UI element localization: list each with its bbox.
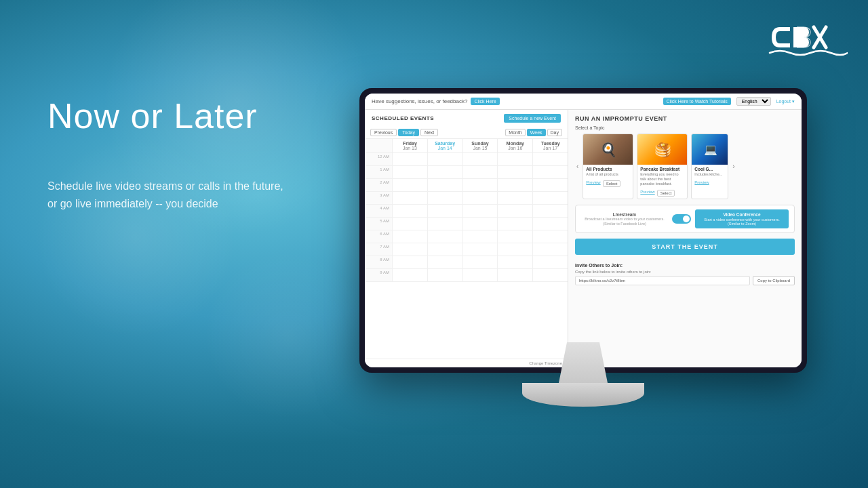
screen-inner: Have suggestions, issues, or feedback? C…: [365, 94, 802, 367]
calendar-panel: SCHEDULED EVENTS Schedule a new Event Pr…: [365, 110, 568, 367]
topic-name-all-products: All Products: [586, 167, 630, 171]
invite-link-box: https://blkno.co/c2v7t8bm: [575, 276, 750, 285]
select-btn-pancake[interactable]: Select: [657, 190, 675, 197]
time-row-3am: 3 AM: [365, 192, 568, 205]
impromptu-title: RUN AN IMPROMPTU EVENT: [575, 115, 795, 122]
copy-to-clipboard-button[interactable]: Copy to Clipboard: [753, 276, 795, 285]
preview-link-cool[interactable]: Preview: [694, 180, 709, 184]
day-col-sunday: Sunday Jan 15: [462, 139, 498, 152]
invite-link-row: https://blkno.co/c2v7t8bm Copy to Clipbo…: [575, 276, 795, 285]
sub-text: Schedule live video streams or calls in …: [47, 178, 283, 212]
stand-base: [522, 383, 644, 407]
toggle-knob: [683, 216, 690, 222]
preview-link-all-products[interactable]: Preview: [586, 180, 600, 187]
time-row-5am: 5 AM: [365, 218, 568, 230]
calendar-navigation: Previous Today Next Month Week Day: [365, 127, 568, 139]
topic-card-pancake[interactable]: 🥞 Pancake Breakfast Everything you need …: [637, 134, 688, 199]
calendar-title: SCHEDULED EVENTS: [372, 115, 434, 121]
topic-image-all-products: 🍳: [583, 134, 633, 165]
stand-neck: [556, 342, 610, 383]
topic-image-cool: 💻: [692, 134, 728, 165]
topic-name-pancake: Pancake Breakfast: [640, 167, 684, 171]
topic-desc-cool: Includes kitche...: [694, 172, 725, 177]
monitor-screen: Have suggestions, issues, or feedback? C…: [359, 88, 807, 373]
monitor-stand: [522, 342, 644, 407]
today-button[interactable]: Today: [398, 129, 419, 136]
previous-button[interactable]: Previous: [370, 129, 397, 136]
header-right: Click Here to Watch Tutorials English Lo…: [663, 97, 795, 106]
time-row-7am: 7 AM: [365, 243, 568, 256]
topics-list: 🍳 All Products A list of all products Pr…: [583, 134, 728, 199]
watch-tutorials-button[interactable]: Click Here to Watch Tutorials: [663, 98, 731, 105]
topic-card-all-products[interactable]: 🍳 All Products A list of all products Pr…: [583, 134, 633, 199]
day-col-monday: Monday Jan 16: [497, 139, 532, 152]
video-conference-option: Video Conference Start a video conferenc…: [695, 209, 789, 228]
topic-desc-all-products: A list of all products: [586, 172, 630, 177]
time-row-4am: 4 AM: [365, 205, 568, 218]
stream-type-switch[interactable]: [672, 214, 691, 224]
invite-desc: Copy the link below to invite others to …: [575, 270, 795, 274]
time-row-8am: 8 AM: [365, 256, 568, 269]
time-row-9am: 9 AM: [365, 269, 568, 282]
feedback-area: Have suggestions, issues, or feedback? C…: [372, 98, 500, 105]
start-event-button[interactable]: START THE EVENT: [575, 239, 795, 255]
topic-card-cool[interactable]: 💻 Cool G... Includes kitche... Preview: [691, 134, 728, 199]
monitor-wrapper: Have suggestions, issues, or feedback? C…: [353, 88, 814, 427]
time-row-1am: 1 AM: [365, 166, 568, 179]
time-row-6am: 6 AM: [365, 230, 568, 243]
stream-type-toggle: Livestream Broadcast a livestream video …: [575, 205, 795, 233]
nav-buttons: Previous Today Next: [370, 129, 438, 136]
time-row-2am: 2 AM: [365, 179, 568, 192]
time-row-12am: 12 AM: [365, 153, 568, 166]
feedback-text: Have suggestions, issues, or feedback?: [372, 98, 467, 104]
select-btn-all-products[interactable]: Select: [603, 180, 621, 187]
schedule-new-event-button[interactable]: Schedule a new Event: [504, 114, 561, 123]
invite-title: Invite Others to Join:: [575, 263, 795, 268]
topic-desc-pancake: Everything you need to talk about the be…: [640, 172, 684, 186]
select-topic-label: Select a Topic: [575, 125, 795, 130]
view-buttons: Month Week Day: [505, 129, 562, 136]
logo-area: [766, 14, 848, 64]
topic-image-pancake: 🥞: [637, 134, 688, 165]
livestream-option: Livestream Broadcast a livestream video …: [581, 212, 668, 226]
day-view-button[interactable]: Day: [547, 129, 562, 136]
topics-carousel: ‹ 🍳 All Products A list of all products: [575, 134, 795, 199]
day-col-friday: Friday Jan 13: [392, 139, 427, 152]
logout-link[interactable]: Logout ▾: [776, 99, 795, 104]
week-view-button[interactable]: Week: [527, 129, 546, 136]
calendar-header: SCHEDULED EVENTS Schedule a new Event: [365, 110, 568, 127]
impromptu-panel: RUN AN IMPROMPTU EVENT Select a Topic ‹ …: [568, 110, 802, 367]
carousel-right-arrow[interactable]: ›: [731, 161, 736, 171]
svg-rect-0: [793, 27, 797, 47]
topic-name-cool: Cool G...: [694, 167, 725, 171]
preview-link-pancake[interactable]: Preview: [640, 190, 654, 197]
main-headline: Now or Later: [47, 95, 283, 137]
app-header: Have suggestions, issues, or feedback? C…: [365, 94, 802, 110]
next-button[interactable]: Next: [420, 129, 438, 136]
left-text-block: Now or Later Schedule live video streams…: [47, 95, 283, 213]
click-here-button[interactable]: Click Here: [471, 98, 499, 105]
carousel-left-arrow[interactable]: ‹: [575, 161, 580, 171]
app-body: SCHEDULED EVENTS Schedule a new Event Pr…: [365, 110, 802, 367]
month-view-button[interactable]: Month: [505, 129, 525, 136]
language-select[interactable]: English: [736, 97, 771, 106]
invite-section: Invite Others to Join: Copy the link bel…: [575, 263, 795, 285]
time-grid: 12 AM 1 AM: [365, 153, 568, 359]
days-header: Friday Jan 13 Saturday Jan 14 Sunday Jan…: [365, 139, 568, 153]
day-col-tuesday: Tuesday Jan 17: [532, 139, 568, 152]
day-col-saturday: Saturday Jan 14: [427, 139, 462, 152]
